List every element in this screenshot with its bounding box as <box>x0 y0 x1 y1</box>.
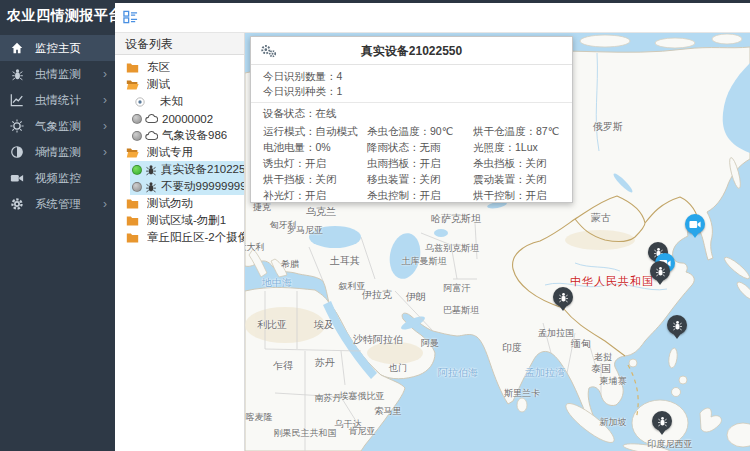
chevron-right-icon: › <box>103 145 107 159</box>
sidebar-item-label: 虫情监测 <box>35 67 103 82</box>
popup-title: 真实设备21022550 <box>251 37 572 65</box>
sidebar-item-label: 系统管理 <box>35 197 103 212</box>
sidebar-item-label: 监控主页 <box>35 41 107 56</box>
bug-device-icon <box>145 164 157 176</box>
grid-cell: 烘干挡板：关闭 <box>263 171 367 187</box>
folder-closed-icon <box>126 62 139 73</box>
insect-device-marker[interactable] <box>667 315 687 335</box>
device-list-panel: 设备列表 东区 测试 未知 <box>115 33 245 451</box>
tree-device-20000002[interactable]: 20000002 <box>115 110 244 127</box>
tree-folder-test-area-nodelete1[interactable]: 测试区域-勿删1 <box>115 212 244 229</box>
folder-open-icon <box>126 147 139 158</box>
tree-device-donttouch-99999999[interactable]: 不要动99999999 <box>130 178 244 195</box>
sidebar-item-label: 气象监测 <box>35 119 103 134</box>
folder-open-icon <box>126 79 139 90</box>
radio-target-icon <box>135 97 145 107</box>
gear-icon <box>10 197 24 211</box>
sidebar-item-insect-statistics[interactable]: 虫情统计 › <box>0 87 115 113</box>
grid-cell: 电池电量：0% <box>263 139 367 155</box>
grid-cell: 补光灯：开启 <box>263 187 367 203</box>
today-identify-species: 今日识别种类：1 <box>263 84 560 99</box>
popup-header: 真实设备21022550 <box>251 37 572 65</box>
tree-folder-test-nomove[interactable]: 测试勿动 <box>115 195 244 212</box>
tree-folder-east-zone[interactable]: 东区 <box>115 59 244 76</box>
sidebar-item-system-management[interactable]: 系统管理 › <box>0 191 115 217</box>
status-dot-offline <box>132 182 142 192</box>
sidebar: 农业四情测报平台 监控主页 虫情监测 › 虫情统计 › 气象监测 › <box>0 0 115 451</box>
app-title: 农业四情测报平台 <box>0 0 115 30</box>
status-dot-online <box>132 165 142 175</box>
bug-device-icon <box>145 181 157 193</box>
sidebar-item-soil-moisture[interactable]: 墒情监测 › <box>0 139 115 165</box>
tree-device-real-21022550[interactable]: 真实设备21022550 <box>130 161 244 178</box>
device-popup: 真实设备21022550 今日识别数量：4 今日识别种类：1 设备状态：在线 运… <box>250 36 573 203</box>
home-icon <box>10 41 24 55</box>
sidebar-item-label: 墒情监测 <box>35 145 103 160</box>
sidebar-item-monitor-home[interactable]: 监控主页 <box>0 35 115 61</box>
grid-cell: 杀虫控制：开启 <box>367 187 473 203</box>
device-status-line: 设备状态：在线 <box>251 103 572 123</box>
grid-cell: 虫雨挡板：开启 <box>367 155 473 171</box>
chevron-right-icon: › <box>103 93 107 107</box>
cloud-icon <box>145 131 158 141</box>
insect-device-marker[interactable] <box>650 261 670 281</box>
grid-cell: 杀虫挡板：关闭 <box>473 155 560 171</box>
tree-folder-test-dedicated[interactable]: 测试专用 <box>115 144 244 161</box>
tree-device-unknown[interactable]: 未知 <box>115 93 244 110</box>
app-window: 农业四情测报平台 监控主页 虫情监测 › 虫情统计 › 气象监测 › <box>0 0 750 451</box>
status-dot-offline <box>132 114 142 124</box>
tree-device-weather-986[interactable]: 气象设备986 <box>115 127 244 144</box>
camera-icon <box>689 220 701 229</box>
settings-gears-icon[interactable] <box>260 44 277 60</box>
device-list-header: 设备列表 <box>115 33 244 55</box>
cloud-icon <box>145 114 158 124</box>
map[interactable]: 俄罗斯蒙古中华人民共和国哈萨克斯坦乌克兰捷克匈牙利罗马尼亚意大利希腊土耳其乌兹别… <box>245 33 750 451</box>
device-list-toggle-icon[interactable] <box>123 10 139 25</box>
sidebar-item-label: 视频监控 <box>35 171 107 186</box>
chevron-right-icon: › <box>103 197 107 211</box>
sidebar-nav: 监控主页 虫情监测 › 虫情统计 › 气象监测 › 墒情监测 › <box>0 30 115 217</box>
sidebar-item-weather-monitoring[interactable]: 气象监测 › <box>0 113 115 139</box>
popup-detail-grid: 运行模式：自动模式 杀虫仓温度：90℃ 烘干仓温度：87℃ 电池电量：0% 降雨… <box>251 123 572 207</box>
bug-icon <box>558 292 569 303</box>
popup-summary: 今日识别数量：4 今日识别种类：1 <box>251 65 572 103</box>
bug-icon <box>657 416 668 427</box>
camera-device-marker[interactable] <box>685 214 705 234</box>
grid-cell: 烘干仓温度：87℃ <box>473 123 560 139</box>
moisture-globe-icon <box>10 145 24 159</box>
insect-device-marker[interactable] <box>553 287 573 307</box>
chevron-right-icon: › <box>103 67 107 81</box>
bug-icon <box>10 67 24 81</box>
folder-closed-icon <box>126 215 139 226</box>
sidebar-item-insect-monitoring[interactable]: 虫情监测 › <box>0 61 115 87</box>
video-camera-icon <box>10 171 24 185</box>
bug-icon <box>672 320 683 331</box>
sidebar-item-label: 虫情统计 <box>35 93 103 108</box>
grid-cell: 光照度：1Lux <box>473 139 560 155</box>
chevron-right-icon: › <box>103 119 107 133</box>
grid-cell: 震动装置：关闭 <box>473 171 560 187</box>
folder-closed-icon <box>126 198 139 209</box>
grid-cell: 杀虫仓温度：90℃ <box>367 123 473 139</box>
topbar <box>115 3 750 33</box>
folder-closed-icon <box>126 232 139 243</box>
tree-folder-zhangqiu-cameras[interactable]: 章丘阳丘区-2个摄像头 <box>115 229 244 246</box>
insect-device-marker[interactable] <box>652 411 672 431</box>
status-dot-offline <box>132 131 142 141</box>
tree-folder-test[interactable]: 测试 <box>115 76 244 93</box>
grid-cell: 诱虫灯：开启 <box>263 155 367 171</box>
sidebar-item-video-surveillance[interactable]: 视频监控 <box>0 165 115 191</box>
grid-cell: 降雨状态：无雨 <box>367 139 473 155</box>
chart-icon <box>10 93 24 107</box>
grid-cell: 运行模式：自动模式 <box>263 123 367 139</box>
bug-icon <box>655 266 666 277</box>
today-identify-count: 今日识别数量：4 <box>263 69 560 84</box>
device-tree: 东区 测试 未知 20000002 <box>115 55 244 246</box>
grid-cell: 烘干控制：开启 <box>473 187 560 203</box>
sun-icon <box>10 119 24 133</box>
grid-cell: 移虫装置：关闭 <box>367 171 473 187</box>
